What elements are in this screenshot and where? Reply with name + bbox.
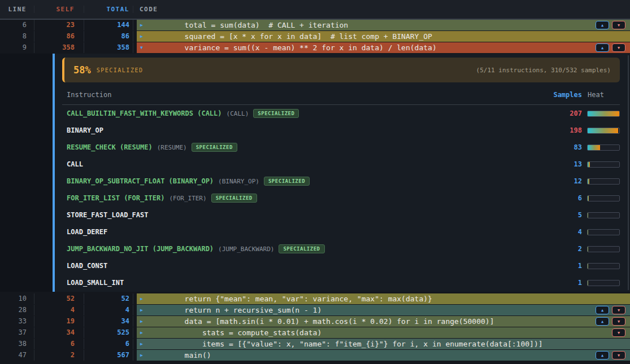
instruction-row[interactable]: CALL_BUILTIN_FAST_WITH_KEYWORDS (CALL) (… [62, 105, 620, 122]
heat-bar-fill [588, 128, 618, 133]
opcode-name: FOR_ITER_LIST (FOR_ITER) [67, 194, 164, 202]
opcode-name: RESUME_CHECK (RESUME) [67, 143, 153, 151]
expander-icon[interactable]: ▶ [140, 34, 149, 39]
base-opcode-name: (JUMP_BACKWARD) [218, 245, 274, 253]
rank-up-button[interactable]: ▲ [596, 351, 609, 359]
bottom-code-rows: 10 52 52 ▶ return {"mean": mean, "var": … [0, 293, 630, 361]
sample-count: 2 [548, 245, 582, 253]
instruction-table-header: Instruction Samples Heat [62, 90, 620, 100]
instruction-row[interactable]: LOAD_SMALL_INT 1 [62, 274, 620, 291]
code-row: 6 23 144 ▶ total = sum(data) # CALL + it… [0, 20, 630, 30]
sample-count: 198 [548, 126, 582, 134]
code-line[interactable]: ▶ items = [{"value": x, "name": f"item_{… [137, 339, 630, 349]
code-row: 37 34 525 ▶ stats = compute_stats(data) … [0, 327, 630, 338]
opcode-name: STORE_FAST_LOAD_FAST [67, 211, 149, 219]
expander-icon[interactable]: ▶ [140, 319, 149, 324]
total-samples: 525 [84, 327, 133, 338]
expander-icon[interactable]: ▼ [140, 45, 149, 50]
instruction-row[interactable]: JUMP_BACKWARD_NO_JIT (JUMP_BACKWARD) (JU… [62, 240, 620, 257]
instruction-row[interactable]: CALL 13 [62, 156, 620, 173]
heat-bar [587, 161, 620, 168]
code-row: 10 52 52 ▶ return {"mean": mean, "var": … [0, 293, 630, 304]
rank-down-button[interactable]: ▼ [612, 43, 625, 52]
rank-down-button[interactable]: ▼ [612, 21, 625, 29]
sample-count: 4 [548, 228, 582, 236]
opcode-name: CALL [67, 160, 83, 168]
instruction-name: LOAD_DEREF [67, 228, 548, 236]
opcode-name: JUMP_BACKWARD_NO_JIT (JUMP_BACKWARD) [67, 245, 214, 253]
line-number: 8 [0, 31, 34, 42]
code-line[interactable]: ▶ main() ▲▼ [137, 350, 630, 361]
line-number: 47 [0, 350, 34, 361]
instruction-row[interactable]: FOR_ITER_LIST (FOR_ITER) (FOR_ITER) SPEC… [62, 190, 620, 207]
code-text: squared = [x * x for x in data] # list c… [149, 31, 625, 42]
heat-column-header: Heat [587, 91, 620, 99]
base-opcode-name: (BINARY_OP) [218, 178, 259, 185]
instruction-name: BINARY_OP [67, 126, 548, 134]
column-header-code: CODE [133, 6, 630, 13]
instruction-name: RESUME_CHECK (RESUME) (RESUME) SPECIALIZ… [67, 143, 548, 152]
specialization-panel: 58% SPECIALIZED (5/11 instructions, 310/… [0, 54, 630, 292]
specialized-badge: SPECIALIZED [264, 177, 310, 186]
heat-bar [587, 280, 620, 286]
line-number: 38 [0, 339, 34, 349]
self-samples: 86 [34, 31, 84, 42]
instruction-row[interactable]: LOAD_DEREF 4 [62, 223, 620, 240]
instruction-name: LOAD_CONST [67, 262, 548, 270]
code-line[interactable]: ▶ return n + recursive_sum(n - 1) ▲▼ [137, 305, 630, 315]
sample-count: 207 [548, 109, 582, 117]
expander-icon[interactable]: ▶ [140, 341, 149, 347]
line-number: 10 [0, 293, 34, 304]
rank-up-button[interactable]: ▲ [596, 21, 609, 29]
scrollbar[interactable] [628, 55, 629, 290]
instruction-row[interactable]: LOAD_CONST 1 [62, 257, 620, 274]
code-line[interactable]: ▼ variance = sum((x - mean) ** 2 for x i… [137, 42, 630, 53]
expander-icon[interactable]: ▶ [140, 353, 149, 358]
code-row: 33 19 34 ▶ data = [math.sin(i * 0.01) + … [0, 316, 630, 327]
code-line[interactable]: ▶ stats = compute_stats(data) ▼ [137, 327, 630, 338]
opcode-name: CALL_BUILTIN_FAST_WITH_KEYWORDS (CALL) [67, 109, 222, 117]
instruction-row[interactable]: BINARY_OP 198 [62, 122, 620, 139]
rank-buttons: ▲▼ [596, 317, 625, 326]
rank-buttons: ▲▼ [596, 351, 625, 359]
instruction-rows: CALL_BUILTIN_FAST_WITH_KEYWORDS (CALL) (… [62, 105, 620, 291]
rank-down-button[interactable]: ▼ [612, 328, 625, 337]
heat-bar [587, 178, 620, 185]
rank-down-button[interactable]: ▼ [612, 351, 625, 359]
instruction-name: CALL_BUILTIN_FAST_WITH_KEYWORDS (CALL) (… [67, 109, 548, 118]
heat-bar [587, 212, 620, 218]
rank-up-button[interactable]: ▲ [596, 43, 609, 52]
self-samples: 34 [34, 327, 84, 338]
heat-bar [587, 128, 620, 134]
top-code-rows: 6 23 144 ▶ total = sum(data) # CALL + it… [0, 20, 630, 53]
code-row: 47 2 567 ▶ main() ▲▼ [0, 350, 630, 361]
rank-down-button[interactable]: ▼ [612, 317, 625, 326]
rank-up-button[interactable]: ▲ [596, 306, 609, 314]
sample-count: 1 [548, 262, 582, 270]
expander-icon[interactable]: ▶ [140, 330, 149, 335]
instruction-row[interactable]: STORE_FAST_LOAD_FAST 5 [62, 207, 620, 223]
instruction-row[interactable]: BINARY_OP_SUBTRACT_FLOAT (BINARY_OP) (BI… [62, 173, 620, 190]
opcode-name: BINARY_OP [67, 126, 103, 134]
code-row: 8 86 86 ▶ squared = [x * x for x in data… [0, 31, 630, 42]
code-line[interactable]: ▶ data = [math.sin(i * 0.01) + math.cos(… [137, 316, 630, 327]
total-samples: 34 [84, 316, 133, 327]
code-line[interactable]: ▶ return {"mean": mean, "var": variance,… [137, 293, 630, 304]
self-samples: 2 [34, 350, 84, 361]
expander-icon[interactable]: ▶ [140, 296, 149, 301]
heat-bar-fill [588, 145, 600, 150]
expander-icon[interactable]: ▶ [140, 23, 149, 28]
line-number: 28 [0, 305, 34, 315]
column-header-total: TOTAL [84, 6, 133, 13]
code-line[interactable]: ▶ squared = [x * x for x in data] # list… [137, 31, 630, 42]
total-samples: 52 [84, 293, 133, 304]
rank-up-button[interactable]: ▲ [596, 317, 609, 326]
specialized-badge: SPECIALIZED [211, 194, 257, 203]
code-line[interactable]: ▶ total = sum(data) # CALL + iteration ▲… [137, 20, 630, 30]
panel-content: 58% SPECIALIZED (5/11 instructions, 310/… [55, 54, 630, 292]
self-samples: 4 [34, 305, 84, 315]
instruction-row[interactable]: RESUME_CHECK (RESUME) (RESUME) SPECIALIZ… [62, 139, 620, 156]
expander-icon[interactable]: ▶ [140, 308, 149, 313]
sample-count: 13 [548, 160, 582, 168]
rank-down-button[interactable]: ▼ [612, 306, 625, 314]
